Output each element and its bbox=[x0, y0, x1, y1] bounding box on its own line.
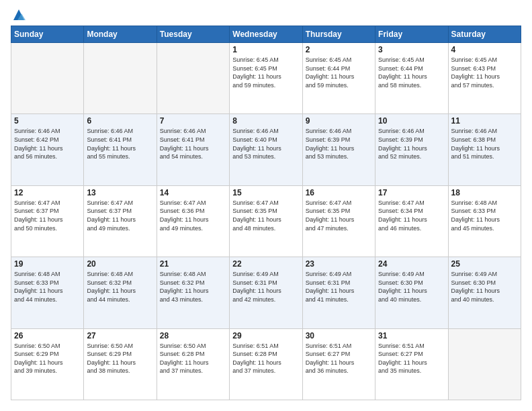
day-number: 19 bbox=[14, 259, 81, 269]
day-info: Sunrise: 6:51 AM Sunset: 6:27 PM Dayligh… bbox=[378, 342, 445, 375]
day-info: Sunrise: 6:49 AM Sunset: 6:30 PM Dayligh… bbox=[451, 270, 518, 304]
calendar-table: SundayMondayTuesdayWednesdayThursdayFrid… bbox=[11, 26, 521, 400]
day-info: Sunrise: 6:48 AM Sunset: 6:33 PM Dayligh… bbox=[451, 199, 518, 232]
day-info: Sunrise: 6:49 AM Sunset: 6:31 PM Dayligh… bbox=[306, 270, 372, 304]
day-info: Sunrise: 6:45 AM Sunset: 6:43 PM Dayligh… bbox=[451, 56, 518, 89]
day-number: 23 bbox=[306, 259, 372, 269]
calendar-week-row: 1Sunrise: 6:45 AM Sunset: 6:45 PM Daylig… bbox=[11, 43, 521, 114]
day-number: 25 bbox=[451, 259, 518, 269]
day-number: 18 bbox=[451, 188, 518, 197]
calendar-cell: 13Sunrise: 6:47 AM Sunset: 6:37 PM Dayli… bbox=[84, 185, 157, 257]
calendar-cell: 8Sunrise: 6:46 AM Sunset: 6:40 PM Daylig… bbox=[230, 114, 302, 185]
day-number: 12 bbox=[14, 188, 81, 197]
calendar-week-row: 26Sunrise: 6:50 AM Sunset: 6:29 PM Dayli… bbox=[11, 328, 521, 400]
day-info: Sunrise: 6:47 AM Sunset: 6:35 PM Dayligh… bbox=[306, 199, 372, 232]
weekday-header-sunday: Sunday bbox=[11, 26, 84, 43]
calendar-week-row: 19Sunrise: 6:48 AM Sunset: 6:33 PM Dayli… bbox=[11, 257, 521, 328]
day-info: Sunrise: 6:45 AM Sunset: 6:45 PM Dayligh… bbox=[232, 56, 299, 89]
day-number: 30 bbox=[306, 331, 372, 340]
day-info: Sunrise: 6:49 AM Sunset: 6:31 PM Dayligh… bbox=[232, 270, 299, 304]
day-number: 16 bbox=[306, 188, 372, 197]
day-number: 5 bbox=[14, 116, 81, 126]
day-number: 28 bbox=[160, 331, 226, 340]
calendar-cell: 10Sunrise: 6:46 AM Sunset: 6:39 PM Dayli… bbox=[375, 114, 448, 185]
day-info: Sunrise: 6:47 AM Sunset: 6:35 PM Dayligh… bbox=[232, 199, 299, 232]
calendar-cell: 24Sunrise: 6:49 AM Sunset: 6:30 PM Dayli… bbox=[375, 257, 448, 328]
day-info: Sunrise: 6:46 AM Sunset: 6:38 PM Dayligh… bbox=[451, 127, 518, 161]
day-number: 11 bbox=[451, 116, 518, 126]
calendar-week-row: 5Sunrise: 6:46 AM Sunset: 6:42 PM Daylig… bbox=[11, 114, 521, 185]
day-info: Sunrise: 6:47 AM Sunset: 6:37 PM Dayligh… bbox=[87, 199, 153, 232]
calendar-cell: 2Sunrise: 6:45 AM Sunset: 6:44 PM Daylig… bbox=[302, 43, 375, 114]
weekday-header-wednesday: Wednesday bbox=[230, 26, 302, 43]
calendar-cell: 11Sunrise: 6:46 AM Sunset: 6:38 PM Dayli… bbox=[448, 114, 521, 185]
day-number: 4 bbox=[451, 45, 518, 54]
day-number: 1 bbox=[232, 45, 299, 54]
weekday-header-saturday: Saturday bbox=[448, 26, 521, 43]
calendar-cell: 9Sunrise: 6:46 AM Sunset: 6:39 PM Daylig… bbox=[302, 114, 375, 185]
day-info: Sunrise: 6:46 AM Sunset: 6:39 PM Dayligh… bbox=[306, 127, 372, 161]
day-info: Sunrise: 6:45 AM Sunset: 6:44 PM Dayligh… bbox=[378, 56, 445, 89]
day-info: Sunrise: 6:47 AM Sunset: 6:36 PM Dayligh… bbox=[160, 199, 226, 232]
day-number: 31 bbox=[378, 331, 445, 340]
calendar-cell: 12Sunrise: 6:47 AM Sunset: 6:37 PM Dayli… bbox=[11, 185, 84, 257]
header bbox=[11, 11, 521, 19]
day-number: 24 bbox=[378, 259, 445, 269]
weekday-header-thursday: Thursday bbox=[302, 26, 375, 43]
day-number: 9 bbox=[306, 116, 372, 126]
day-info: Sunrise: 6:48 AM Sunset: 6:32 PM Dayligh… bbox=[87, 270, 153, 304]
calendar-cell: 5Sunrise: 6:46 AM Sunset: 6:42 PM Daylig… bbox=[11, 114, 84, 185]
day-info: Sunrise: 6:46 AM Sunset: 6:42 PM Dayligh… bbox=[14, 127, 81, 161]
day-number: 21 bbox=[160, 259, 226, 269]
day-info: Sunrise: 6:46 AM Sunset: 6:41 PM Dayligh… bbox=[160, 127, 226, 161]
calendar-cell: 29Sunrise: 6:51 AM Sunset: 6:28 PM Dayli… bbox=[230, 328, 302, 400]
day-number: 15 bbox=[232, 188, 299, 197]
weekday-header-row: SundayMondayTuesdayWednesdayThursdayFrid… bbox=[11, 26, 521, 43]
day-number: 14 bbox=[160, 188, 226, 197]
day-info: Sunrise: 6:50 AM Sunset: 6:29 PM Dayligh… bbox=[14, 342, 81, 375]
calendar-cell: 22Sunrise: 6:49 AM Sunset: 6:31 PM Dayli… bbox=[230, 257, 302, 328]
calendar-cell: 27Sunrise: 6:50 AM Sunset: 6:29 PM Dayli… bbox=[84, 328, 157, 400]
calendar-cell: 23Sunrise: 6:49 AM Sunset: 6:31 PM Dayli… bbox=[302, 257, 375, 328]
weekday-header-friday: Friday bbox=[375, 26, 448, 43]
day-number: 7 bbox=[160, 116, 226, 126]
day-info: Sunrise: 6:48 AM Sunset: 6:33 PM Dayligh… bbox=[14, 270, 81, 304]
calendar-cell: 7Sunrise: 6:46 AM Sunset: 6:41 PM Daylig… bbox=[157, 114, 229, 185]
day-info: Sunrise: 6:51 AM Sunset: 6:27 PM Dayligh… bbox=[306, 342, 372, 375]
day-number: 22 bbox=[232, 259, 299, 269]
calendar-week-row: 12Sunrise: 6:47 AM Sunset: 6:37 PM Dayli… bbox=[11, 185, 521, 257]
day-info: Sunrise: 6:47 AM Sunset: 6:34 PM Dayligh… bbox=[378, 199, 445, 232]
day-info: Sunrise: 6:50 AM Sunset: 6:28 PM Dayligh… bbox=[160, 342, 226, 375]
calendar-cell: 14Sunrise: 6:47 AM Sunset: 6:36 PM Dayli… bbox=[157, 185, 229, 257]
day-number: 10 bbox=[378, 116, 445, 126]
calendar-cell: 20Sunrise: 6:48 AM Sunset: 6:32 PM Dayli… bbox=[84, 257, 157, 328]
day-info: Sunrise: 6:45 AM Sunset: 6:44 PM Dayligh… bbox=[306, 56, 372, 89]
day-number: 17 bbox=[378, 188, 445, 197]
calendar-cell: 15Sunrise: 6:47 AM Sunset: 6:35 PM Dayli… bbox=[230, 185, 302, 257]
calendar-cell bbox=[84, 43, 157, 114]
day-info: Sunrise: 6:47 AM Sunset: 6:37 PM Dayligh… bbox=[14, 199, 81, 232]
day-info: Sunrise: 6:46 AM Sunset: 6:39 PM Dayligh… bbox=[378, 127, 445, 161]
weekday-header-tuesday: Tuesday bbox=[157, 26, 229, 43]
day-info: Sunrise: 6:50 AM Sunset: 6:29 PM Dayligh… bbox=[87, 342, 153, 375]
logo-icon bbox=[12, 8, 26, 21]
day-info: Sunrise: 6:49 AM Sunset: 6:30 PM Dayligh… bbox=[378, 270, 445, 304]
calendar-cell: 28Sunrise: 6:50 AM Sunset: 6:28 PM Dayli… bbox=[157, 328, 229, 400]
day-info: Sunrise: 6:51 AM Sunset: 6:28 PM Dayligh… bbox=[232, 342, 299, 375]
calendar-cell: 3Sunrise: 6:45 AM Sunset: 6:44 PM Daylig… bbox=[375, 43, 448, 114]
logo bbox=[11, 11, 26, 19]
calendar-cell bbox=[448, 328, 521, 400]
calendar-cell: 4Sunrise: 6:45 AM Sunset: 6:43 PM Daylig… bbox=[448, 43, 521, 114]
weekday-header-monday: Monday bbox=[84, 26, 157, 43]
calendar-cell: 17Sunrise: 6:47 AM Sunset: 6:34 PM Dayli… bbox=[375, 185, 448, 257]
calendar-cell: 31Sunrise: 6:51 AM Sunset: 6:27 PM Dayli… bbox=[375, 328, 448, 400]
day-info: Sunrise: 6:48 AM Sunset: 6:32 PM Dayligh… bbox=[160, 270, 226, 304]
day-number: 8 bbox=[232, 116, 299, 126]
calendar-cell: 1Sunrise: 6:45 AM Sunset: 6:45 PM Daylig… bbox=[230, 43, 302, 114]
day-number: 13 bbox=[87, 188, 153, 197]
calendar-cell: 30Sunrise: 6:51 AM Sunset: 6:27 PM Dayli… bbox=[302, 328, 375, 400]
calendar-cell: 26Sunrise: 6:50 AM Sunset: 6:29 PM Dayli… bbox=[11, 328, 84, 400]
calendar-cell bbox=[11, 43, 84, 114]
day-number: 2 bbox=[306, 45, 372, 54]
day-info: Sunrise: 6:46 AM Sunset: 6:41 PM Dayligh… bbox=[87, 127, 153, 161]
